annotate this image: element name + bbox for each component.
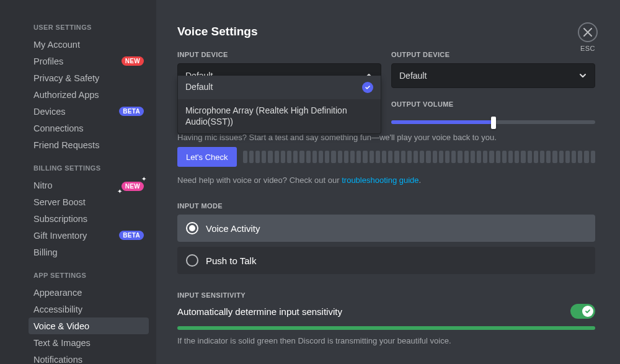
sidebar-section-user-settings: USER SETTINGS <box>33 24 149 31</box>
sidebar-item-authorized-apps[interactable]: Authorized Apps <box>29 86 149 103</box>
close-button[interactable] <box>578 22 598 42</box>
input-device-label: INPUT DEVICE <box>177 51 381 58</box>
troubleshooting-link[interactable]: troubleshooting guide <box>342 175 418 185</box>
sidebar-item-accessibility[interactable]: Accessibility <box>29 301 149 317</box>
auto-sensitivity-toggle[interactable] <box>570 304 595 319</box>
check-circle-icon <box>362 82 373 93</box>
sidebar-item-devices[interactable]: Devices BETA <box>29 103 149 120</box>
output-volume-thumb[interactable] <box>491 117 496 129</box>
page-title: Voice Settings <box>177 25 595 38</box>
input-device-option-mic-array[interactable]: Microphone Array (Realtek High Definitio… <box>178 99 381 133</box>
new-badge: NEW <box>122 182 144 191</box>
settings-content: ESC Voice Settings INPUT DEVICE Default … <box>156 0 620 364</box>
input-mode-push-to-talk[interactable]: Push to Talk <box>177 247 595 274</box>
sidebar-item-voice-video[interactable]: Voice & Video <box>29 317 149 334</box>
help-text: Need help with voice or video? Check out… <box>177 175 595 185</box>
sidebar-item-appearance[interactable]: Appearance <box>29 284 149 301</box>
sparkle-icon: ✦ <box>141 175 146 182</box>
output-device-label: OUTPUT DEVICE <box>391 51 595 58</box>
chevron-down-icon <box>578 71 587 80</box>
sidebar-item-connections[interactable]: Connections <box>29 120 149 136</box>
auto-sensitivity-label: Automatically determine input sensitivit… <box>177 306 342 317</box>
sidebar-item-server-boost[interactable]: Server Boost <box>29 193 149 210</box>
output-volume-fill <box>391 120 494 124</box>
sidebar-item-profiles[interactable]: Profiles NEW <box>29 53 149 69</box>
sidebar-section-app-settings: APP SETTINGS <box>33 272 149 279</box>
input-device-option-default[interactable]: Default <box>178 76 381 99</box>
input-device-dropdown: Default Microphone Array (Realtek High D… <box>177 76 381 134</box>
output-volume-label: OUTPUT VOLUME <box>391 100 595 108</box>
output-device-selected: Default <box>399 71 427 81</box>
mic-test-meter <box>243 151 595 163</box>
sidebar-item-privacy-safety[interactable]: Privacy & Safety <box>29 69 149 86</box>
output-volume-slider[interactable] <box>391 120 595 124</box>
sidebar-item-subscriptions[interactable]: Subscriptions <box>29 210 149 227</box>
close-icon <box>583 28 592 37</box>
sidebar-item-my-account[interactable]: My Account <box>29 36 149 53</box>
input-mode-voice-activity[interactable]: Voice Activity <box>177 215 595 242</box>
check-icon <box>585 308 591 314</box>
sensitivity-indicator <box>177 326 595 330</box>
sidebar-item-friend-requests[interactable]: Friend Requests <box>29 136 149 153</box>
mic-test-hint: Having mic issues? Start a test and say … <box>177 133 595 142</box>
sidebar-item-notifications[interactable]: Notifications <box>29 351 149 364</box>
new-badge: NEW <box>122 56 144 66</box>
beta-badge: BETA <box>119 107 144 116</box>
input-sensitivity-label: INPUT SENSITIVITY <box>177 291 595 299</box>
sidebar-item-nitro[interactable]: Nitro ✦ NEW ✦ <box>29 177 149 193</box>
sidebar-item-gift-inventory[interactable]: Gift Inventory BETA <box>29 227 149 244</box>
sensitivity-hint: If the indicator is solid green then Dis… <box>177 336 595 345</box>
radio-icon <box>186 254 198 267</box>
mic-test-button[interactable]: Let's Check <box>177 147 237 167</box>
sidebar-item-billing[interactable]: Billing <box>29 244 149 260</box>
radio-icon <box>186 222 198 234</box>
input-mode-label: INPUT MODE <box>177 202 595 210</box>
sidebar-section-billing-settings: BILLING SETTINGS <box>33 164 149 172</box>
beta-badge: BETA <box>119 231 144 240</box>
toggle-knob <box>582 306 593 317</box>
output-device-select[interactable]: Default <box>391 63 595 88</box>
sidebar-item-text-images[interactable]: Text & Images <box>29 334 149 351</box>
settings-sidebar: USER SETTINGS My Account Profiles NEW Pr… <box>0 0 156 364</box>
